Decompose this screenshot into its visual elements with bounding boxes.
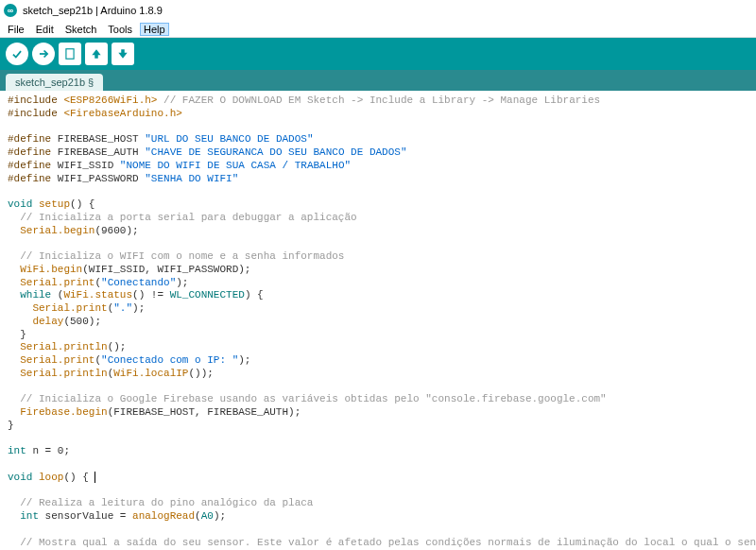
svg-rect-0 [66,49,74,60]
tab-sketch[interactable]: sketch_sep21b § [6,74,103,91]
menu-bar: File Edit Sketch Tools Help [0,21,756,38]
menu-edit[interactable]: Edit [32,23,58,36]
menu-tools[interactable]: Tools [104,23,136,36]
verify-button[interactable] [6,43,28,65]
save-button[interactable] [112,43,134,65]
menu-sketch[interactable]: Sketch [61,23,101,36]
toolbar [0,38,756,70]
window-titlebar: ∞ sketch_sep21b | Arduino 1.8.9 [0,0,756,21]
new-button[interactable] [59,43,81,65]
text-cursor [94,472,95,483]
svg-marker-1 [92,49,100,58]
window-title: sketch_sep21b | Arduino 1.8.9 [23,5,163,16]
upload-button[interactable] [32,43,55,65]
svg-marker-2 [118,49,127,58]
menu-help[interactable]: Help [140,23,169,36]
code-editor[interactable]: #include <ESP8266WiFi.h> // FAZER O DOWN… [0,91,756,550]
open-button[interactable] [85,43,108,65]
tab-bar: sketch_sep21b § [0,70,756,91]
code-content[interactable]: #include <ESP8266WiFi.h> // FAZER O DOWN… [8,95,748,550]
menu-file[interactable]: File [4,23,28,36]
arduino-logo-icon: ∞ [4,4,17,17]
